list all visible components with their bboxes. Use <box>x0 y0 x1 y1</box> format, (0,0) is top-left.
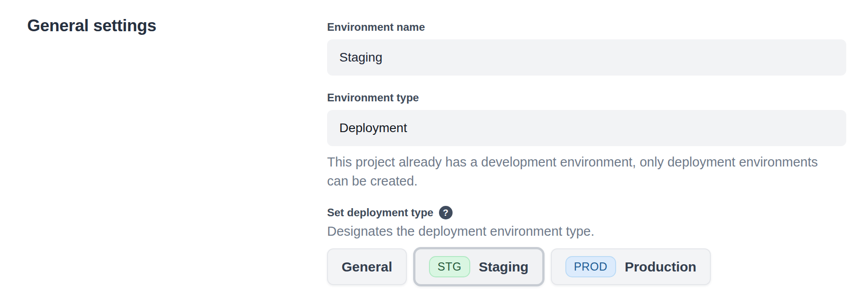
environment-type-label: Environment type <box>327 91 846 104</box>
deployment-type-options: General STG Staging PROD Production <box>327 247 846 286</box>
option-label: Production <box>625 259 696 275</box>
page-title: General settings <box>27 16 156 35</box>
settings-form: Environment name Environment type This p… <box>327 21 846 286</box>
option-label: Staging <box>479 259 529 275</box>
option-label: General <box>342 259 392 275</box>
set-deployment-type-label: Set deployment type <box>327 206 434 219</box>
deployment-type-description: Designates the deployment environment ty… <box>327 224 846 239</box>
deployment-type-option-production[interactable]: PROD Production <box>551 248 711 285</box>
deployment-type-option-general[interactable]: General <box>327 248 407 285</box>
deployment-type-option-staging[interactable]: STG Staging <box>413 247 545 286</box>
environment-type-input[interactable] <box>327 110 846 146</box>
production-badge: PROD <box>565 256 616 277</box>
environment-name-label: Environment name <box>327 21 846 33</box>
staging-badge: STG <box>429 256 470 277</box>
question-mark-icon[interactable]: ? <box>439 206 453 219</box>
set-deployment-type-row: Set deployment type ? <box>327 206 846 219</box>
environment-name-input[interactable] <box>327 39 846 76</box>
environment-type-helper-text: This project already has a development e… <box>327 152 841 190</box>
